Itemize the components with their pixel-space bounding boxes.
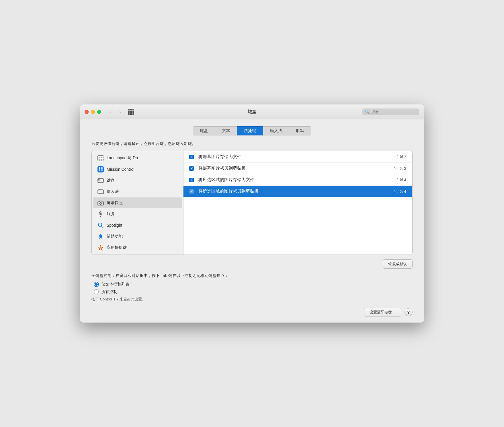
shortcut-label-copy-area: 将所选区域的图片拷贝到剪贴板: [198, 189, 389, 194]
sidebar-item-accessibility[interactable]: 辅助功能: [93, 231, 182, 242]
shortcut-key-copy-area: ^⇧⌘4: [394, 189, 407, 194]
sidebar-item-keyboard[interactable]: 键盘: [93, 175, 182, 186]
main-panel: Launchpad 与 Do… M: [91, 151, 413, 255]
radio-outer-all-controls[interactable]: [94, 289, 99, 294]
sidebar-label-launchpad: Launchpad 与 Do…: [107, 156, 142, 161]
gear-icon: [97, 211, 104, 217]
sidebar-label-mission: Mission Control: [107, 167, 134, 172]
svg-rect-21: [101, 192, 101, 192]
checkbox-save-area[interactable]: ✓: [189, 178, 194, 182]
radio-outer-text-lists[interactable]: [94, 282, 99, 287]
svg-line-29: [101, 238, 102, 239]
camera-icon: [97, 200, 104, 206]
svg-line-28: [99, 238, 100, 239]
search-icon: 🔍: [365, 110, 370, 114]
tab-dictation[interactable]: 听写: [289, 126, 311, 135]
bottom-bar: 恢复成默认: [91, 259, 413, 269]
keyboard-preferences-window: ‹ › 键盘 🔍 键盘 文本 快捷键 输入法 听写 若要更改快捷键，请选择它，点…: [80, 104, 424, 323]
sidebar-item-services[interactable]: 服务: [93, 209, 182, 220]
hint-text: 按下 Control+F7 来更改此设置。: [91, 297, 413, 302]
forward-button[interactable]: ›: [116, 108, 124, 116]
sidebar-item-launchpad[interactable]: Launchpad 与 Do…: [93, 153, 182, 164]
svg-rect-23: [99, 193, 102, 193]
sidebar-label-input: 输入法: [107, 189, 119, 194]
shortcut-label-save-screenshot: 将屏幕图片存储为文件: [198, 154, 391, 160]
sidebar-label-screenshot: 屏幕快照: [107, 200, 123, 205]
svg-rect-6: [99, 179, 100, 180]
help-button[interactable]: ?: [405, 308, 413, 316]
search-bar[interactable]: 🔍: [362, 108, 419, 115]
svg-point-24: [100, 203, 102, 205]
sidebar: Launchpad 与 Do… M: [92, 151, 183, 255]
back-button[interactable]: ‹: [107, 108, 115, 116]
checkbox-save-screenshot[interactable]: ✓: [189, 155, 194, 159]
tabs-bar: 键盘 文本 快捷键 输入法 听写: [91, 126, 413, 135]
sidebar-label-accessibility: 辅助功能: [107, 234, 123, 239]
svg-rect-0: [99, 167, 100, 169]
svg-point-27: [100, 234, 101, 235]
tab-shortcuts[interactable]: 快捷键: [237, 126, 263, 135]
svg-point-25: [98, 223, 102, 226]
sidebar-label-app-shortcuts: 应用快捷键: [107, 245, 127, 250]
shortcut-key-save-screenshot: ⇧⌘3: [396, 155, 407, 159]
titlebar: ‹ › 键盘 🔍: [80, 104, 424, 119]
svg-rect-18: [102, 191, 102, 191]
svg-rect-16: [99, 191, 100, 191]
radio-text-lists[interactable]: 仅文本框和列表: [94, 282, 413, 287]
svg-rect-1: [101, 167, 103, 169]
sidebar-item-input[interactable]: 输入法: [93, 186, 182, 197]
keyboard-icon: [97, 177, 104, 184]
shortcut-label-save-area: 将所选区域的图片存储为文件: [198, 177, 391, 183]
description-text: 若要更改快捷键，请选择它，点按组合键，然后键入新键。: [91, 141, 413, 146]
spotlight-icon: [97, 222, 104, 228]
svg-rect-10: [99, 180, 100, 181]
svg-rect-8: [102, 179, 102, 180]
minimize-button[interactable]: [91, 110, 95, 114]
svg-rect-11: [101, 180, 101, 181]
keyboard-control-section: 全键盘控制：在窗口和对话框中，按下 Tab 键在以下控制之间移动键盘焦点： 仅文…: [91, 273, 413, 302]
footer: 设置蓝牙键盘… ?: [91, 305, 413, 317]
sidebar-item-app-shortcuts[interactable]: 应用快捷键: [93, 242, 182, 253]
maximize-button[interactable]: [97, 110, 101, 114]
search-input[interactable]: [371, 110, 417, 114]
tab-text[interactable]: 文本: [215, 126, 237, 135]
tab-input[interactable]: 输入法: [263, 126, 289, 135]
svg-rect-17: [101, 191, 101, 191]
grid-button[interactable]: [126, 107, 136, 117]
sidebar-item-screenshot[interactable]: 屏幕快照: [93, 197, 182, 208]
close-button[interactable]: [85, 110, 89, 114]
svg-rect-20: [99, 192, 100, 192]
svg-rect-19: [98, 192, 99, 192]
shortcut-row-copy-screenshot[interactable]: ✓ 将屏幕图片拷贝到剪贴板 ^⇧⌘3: [183, 163, 412, 174]
shortcut-row-save-screenshot[interactable]: ✓ 将屏幕图片存储为文件 ⇧⌘3: [183, 151, 412, 163]
mission-icon: [97, 166, 104, 172]
content-area: 键盘 文本 快捷键 输入法 听写 若要更改快捷键，请选择它，点按组合键，然后键入…: [80, 119, 424, 323]
radio-label-all-controls: 所有控制: [101, 289, 117, 294]
radio-label-text-lists: 仅文本框和列表: [101, 282, 129, 287]
checkbox-copy-area[interactable]: ✓: [189, 189, 194, 194]
grid-icon: [128, 109, 134, 115]
bluetooth-keyboard-button[interactable]: 设置蓝牙键盘…: [364, 308, 401, 317]
shortcut-row-save-area[interactable]: ✓ 将所选区域的图片存储为文件 ⇧⌘4: [183, 174, 412, 186]
tab-keyboard[interactable]: 键盘: [193, 126, 215, 135]
svg-rect-5: [98, 179, 99, 180]
svg-line-26: [101, 226, 103, 228]
sidebar-item-mission[interactable]: Mission Control: [93, 164, 182, 175]
sidebar-item-spotlight[interactable]: Spotlight: [93, 220, 182, 231]
restore-defaults-button[interactable]: 恢复成默认: [383, 259, 413, 269]
svg-rect-22: [102, 192, 102, 192]
checkbox-copy-screenshot[interactable]: ✓: [189, 166, 194, 171]
radio-all-controls[interactable]: 所有控制: [94, 289, 413, 294]
shortcut-label-copy-screenshot: 将屏幕图片拷贝到剪贴板: [198, 166, 389, 171]
nav-buttons: ‹ ›: [107, 108, 124, 116]
radio-inner-text-lists: [95, 283, 98, 286]
sidebar-label-spotlight: Spotlight: [107, 223, 122, 228]
radio-group: 仅文本框和列表 所有控制: [94, 282, 413, 294]
sidebar-label-services: 服务: [107, 211, 115, 217]
shortcut-row-copy-area[interactable]: ✓ 将所选区域的图片拷贝到剪贴板 ^⇧⌘4: [183, 186, 412, 197]
apps-icon: [97, 244, 104, 251]
shortcut-key-save-area: ⇧⌘4: [396, 178, 407, 182]
launchpad-icon: [97, 155, 104, 161]
sidebar-label-keyboard: 键盘: [107, 178, 115, 183]
svg-rect-12: [102, 180, 102, 181]
